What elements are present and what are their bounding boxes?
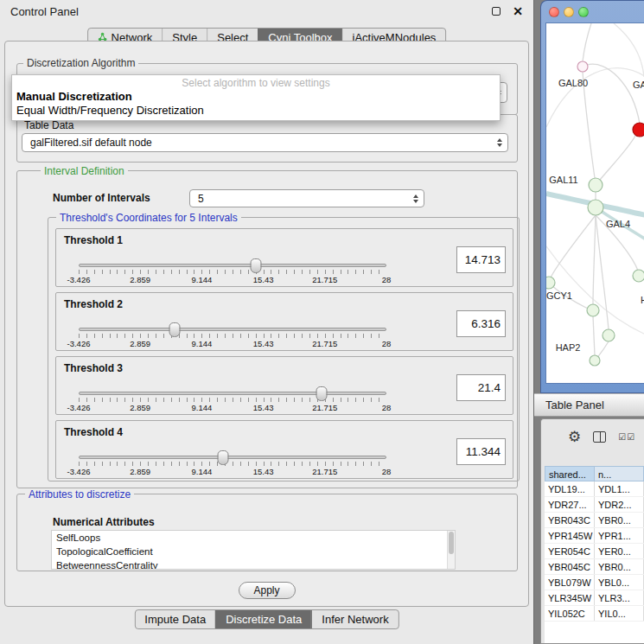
tick-label: -3.426 <box>67 467 91 476</box>
tab-infer-network[interactable]: Infer Network <box>311 610 398 628</box>
close-icon[interactable]: ✕ <box>513 5 523 17</box>
network-node[interactable] <box>603 329 615 341</box>
zoom-traffic-icon[interactable] <box>578 7 589 17</box>
slider-thumb[interactable] <box>169 322 180 337</box>
threshold-slider[interactable]: -3.4262.8599.14415.4321.71528 <box>79 392 386 413</box>
table-cell[interactable]: YPR145W <box>545 528 595 543</box>
node-label: H <box>641 295 644 305</box>
network-canvas[interactable]: GAL80 GA GAL11 GAL4 GCY1 HAP2 H <box>545 22 644 384</box>
select-columns-icon[interactable]: ☑☑ <box>618 432 635 442</box>
network-node[interactable] <box>546 277 555 289</box>
table-data-label: Table Data <box>24 119 73 131</box>
network-view-window[interactable]: GAL80 GA GAL11 GAL4 GCY1 HAP2 H <box>540 0 644 393</box>
table-row[interactable]: YBR043CYBR0... <box>545 513 644 528</box>
tick-label: -3.426 <box>67 339 91 348</box>
table-cell[interactable]: YIL052C <box>545 606 595 621</box>
table-row[interactable]: YIL052CYIL0... <box>545 606 644 622</box>
table-row[interactable]: YBL079WYBL0... <box>545 575 644 590</box>
table-panel-window: ⚙ ☑☑ shared... n... YDL19...YDL1...YDR27… <box>540 418 644 644</box>
table-cell[interactable]: YDL1... <box>595 481 644 496</box>
network-node[interactable] <box>633 270 644 282</box>
gear-icon[interactable]: ⚙ <box>568 430 581 444</box>
columns-icon[interactable] <box>593 431 606 443</box>
numerical-attributes-list[interactable]: SelfLoopsTopologicalCoefficientBetweenne… <box>51 530 456 570</box>
table-cell[interactable]: YER054C <box>545 544 595 558</box>
network-node[interactable] <box>587 304 599 316</box>
table-cell[interactable]: YBL079W <box>545 575 595 590</box>
tab-impute-data[interactable]: Impute Data <box>135 610 215 628</box>
network-edge <box>593 316 595 355</box>
threshold-label: Threshold 1 <box>64 234 123 246</box>
table-cell[interactable]: YDR2... <box>595 497 644 512</box>
column-header-name[interactable]: n... <box>595 466 644 481</box>
number-of-intervals-select[interactable]: 5 <box>189 189 424 207</box>
slider-track[interactable] <box>79 392 386 395</box>
threshold-slider[interactable]: -3.4262.8599.14415.4321.71528 <box>79 456 386 477</box>
table-row[interactable]: YDR27...YDR2... <box>545 497 644 513</box>
tab-discretize-data[interactable]: Discretize Data <box>215 610 311 628</box>
minimize-traffic-icon[interactable] <box>564 7 574 17</box>
network-node[interactable] <box>588 200 603 215</box>
table-row[interactable]: YLR345WYLR3... <box>545 590 644 606</box>
attribute-item-topologicalcoefficient[interactable]: TopologicalCoefficient <box>52 545 455 558</box>
threshold-slider[interactable]: -3.4262.8599.14415.4321.71528 <box>79 328 386 349</box>
network-node[interactable] <box>589 178 603 192</box>
slider-track[interactable] <box>79 264 386 267</box>
close-traffic-icon[interactable] <box>549 7 559 17</box>
table-cell[interactable]: YLR345W <box>545 590 595 605</box>
control-panel-titlebar[interactable]: Control Panel ✕ <box>0 0 533 22</box>
numerical-attributes-label: Numerical Attributes <box>53 516 155 528</box>
table-cell[interactable]: YLR3... <box>595 590 644 605</box>
tick-label: 9.144 <box>192 339 213 348</box>
table-cell[interactable]: YPR1... <box>595 528 644 543</box>
network-edge <box>546 68 644 127</box>
network-node-selected[interactable] <box>633 123 644 137</box>
tick-label: 15.43 <box>253 275 274 284</box>
algorithm-dropdown-popup: Select algorithm to view settings Manual… <box>11 74 501 121</box>
table-row[interactable]: YDL19...YDL1... <box>545 481 644 497</box>
network-node[interactable] <box>577 61 588 72</box>
table-cell[interactable]: YBR043C <box>545 513 595 527</box>
tick-label: 9.144 <box>192 403 213 412</box>
slider-track[interactable] <box>79 328 386 331</box>
threshold-value-field[interactable]: 14.713 <box>456 246 506 273</box>
slider-thumb[interactable] <box>218 450 229 465</box>
threshold-slider[interactable]: -3.4262.8599.14415.4321.71528 <box>79 264 386 285</box>
algorithm-option-manual-discretization[interactable]: Manual Discretization <box>12 90 500 104</box>
slider-track[interactable] <box>79 456 386 459</box>
column-header-shared-name[interactable]: shared... <box>545 466 595 481</box>
tick-label: 15.43 <box>253 339 274 348</box>
table-data-value: galFiltered.sif default node <box>30 137 152 149</box>
table-cell[interactable]: YBL0... <box>595 575 644 590</box>
table-cell[interactable]: YIL0... <box>595 606 644 621</box>
algorithm-option-equal-width-frequency-discretization[interactable]: Equal Width/Frequency Discretization <box>12 104 500 118</box>
attribute-item-betweennesscentrality[interactable]: BetweennessCentrality <box>52 558 455 570</box>
table-panel-title: Table Panel <box>545 399 604 411</box>
table-data-select[interactable]: galFiltered.sif default node <box>22 133 508 152</box>
table-row[interactable]: YBR045CYBR0... <box>545 559 644 575</box>
slider-ticks <box>79 334 386 338</box>
table-panel-header[interactable]: Table Panel <box>534 393 644 417</box>
table-cell[interactable]: YBR0... <box>595 559 644 574</box>
network-node[interactable] <box>590 355 600 366</box>
table-row[interactable]: YER054CYER0... <box>545 544 644 559</box>
tick-label: 2.859 <box>130 403 150 412</box>
attribute-item-selfloops[interactable]: SelfLoops <box>52 531 455 545</box>
table-row[interactable]: YPR145WYPR1... <box>545 528 644 544</box>
table-cell[interactable]: YBR045C <box>545 559 595 574</box>
table-cell[interactable]: YDL19... <box>545 481 595 496</box>
table-cell[interactable]: YBR0... <box>595 513 644 527</box>
apply-button[interactable]: Apply <box>238 582 295 599</box>
float-window-icon[interactable] <box>492 7 501 16</box>
table-cell[interactable]: YDR27... <box>545 497 595 512</box>
threshold-value-field[interactable]: 21.4 <box>456 374 506 401</box>
threshold-value-field[interactable]: 6.316 <box>456 310 506 337</box>
threshold-value-field[interactable]: 11.344 <box>456 438 506 465</box>
scrollbar-thumb[interactable] <box>449 532 454 554</box>
slider-thumb[interactable] <box>316 386 327 401</box>
node-table: shared... n... YDL19...YDL1...YDR27...YD… <box>545 466 644 643</box>
slider-thumb[interactable] <box>251 258 262 273</box>
list-scrollbar[interactable] <box>447 531 455 569</box>
tick-label: 15.43 <box>253 467 274 476</box>
table-cell[interactable]: YER0... <box>595 544 644 558</box>
